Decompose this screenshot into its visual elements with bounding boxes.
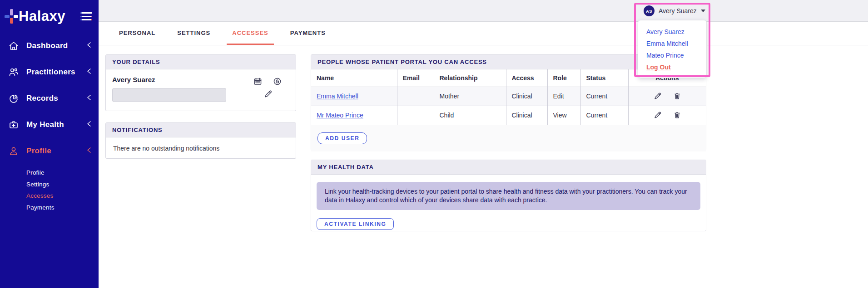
col-header-email: Email bbox=[397, 69, 434, 87]
subnav-item-accesses[interactable]: Accesses bbox=[26, 190, 99, 202]
sidebar-item-label: My Health bbox=[26, 120, 64, 129]
pie-chart-icon bbox=[8, 93, 19, 104]
col-header-access: Access bbox=[506, 69, 547, 87]
delete-trash-icon[interactable] bbox=[673, 111, 681, 120]
halaxy-logo-text[interactable]: Halaxy bbox=[19, 8, 65, 24]
chevron-left-icon bbox=[87, 68, 91, 76]
tab-payments[interactable]: PAYMENTS bbox=[285, 22, 331, 45]
medical-kit-icon bbox=[8, 119, 19, 130]
practitioners-icon bbox=[8, 67, 19, 78]
chevron-left-icon bbox=[87, 147, 91, 155]
avatar[interactable]: AS bbox=[644, 5, 655, 16]
chevron-left-icon bbox=[87, 42, 91, 50]
cell-email bbox=[397, 106, 434, 125]
sidebar-item-dashboard[interactable]: Dashboard bbox=[0, 33, 99, 59]
sidebar-item-profile[interactable]: Profile bbox=[0, 138, 99, 164]
topbar bbox=[99, 0, 868, 22]
person-icon bbox=[8, 146, 19, 156]
sidebar-item-records[interactable]: Records bbox=[0, 85, 99, 112]
details-field[interactable] bbox=[112, 88, 226, 102]
subnav-item-profile[interactable]: Profile bbox=[26, 167, 99, 179]
lock-icon[interactable] bbox=[273, 78, 281, 87]
cell-status: Current bbox=[580, 87, 628, 106]
activate-linking-button[interactable]: ACTIVATE LINKING bbox=[317, 218, 394, 230]
col-header-name: Name bbox=[311, 69, 397, 87]
sidebar-item-label: Practitioners bbox=[26, 68, 75, 77]
cell-access: Clinical bbox=[506, 106, 547, 125]
cell-role: View bbox=[547, 106, 580, 125]
user-name: Avery Suarez bbox=[659, 7, 697, 15]
notifications-card: NOTIFICATIONS There are no outstanding n… bbox=[105, 122, 296, 159]
cell-access: Clinical bbox=[506, 87, 547, 106]
home-icon bbox=[8, 40, 19, 51]
cell-relationship: Mother bbox=[434, 87, 506, 106]
account-menu-item-avery-suarez[interactable]: Avery Suarez bbox=[638, 26, 706, 38]
cell-status: Current bbox=[580, 106, 628, 125]
main-area: AS Avery Suarez PERSONAL SETTINGS ACCESS… bbox=[99, 0, 868, 288]
halaxy-logo-icon bbox=[5, 8, 18, 24]
patient-link[interactable]: Emma Mitchell bbox=[317, 93, 358, 100]
sidebar-item-label: Dashboard bbox=[26, 41, 68, 50]
account-menu-item-emma-mitchell[interactable]: Emma Mitchell bbox=[638, 38, 706, 49]
notifications-message: There are no outstanding notifications bbox=[106, 137, 296, 159]
col-header-status: Status bbox=[580, 69, 628, 87]
health-data-title: MY HEALTH DATA bbox=[311, 160, 706, 175]
subnav-item-payments[interactable]: Payments bbox=[26, 202, 99, 214]
calendar-icon[interactable] bbox=[254, 78, 262, 87]
log-out-link[interactable]: Log Out bbox=[646, 63, 671, 71]
add-user-button[interactable]: ADD USER bbox=[317, 132, 367, 144]
caret-down-icon bbox=[701, 10, 705, 12]
user-menu-trigger[interactable]: AS Avery Suarez bbox=[644, 0, 705, 22]
edit-pencil-icon[interactable] bbox=[653, 111, 661, 120]
sidebar-item-label: Profile bbox=[26, 146, 51, 156]
sidebar-item-label: Records bbox=[26, 94, 58, 103]
hamburger-menu-icon[interactable] bbox=[80, 12, 92, 20]
table-row: Mr Mateo Prince Child Clinical View Curr… bbox=[311, 106, 706, 125]
health-data-card: MY HEALTH DATA Link your health-tracking… bbox=[311, 160, 706, 231]
account-dropdown: Avery Suarez Emma Mitchell Mateo Prince … bbox=[638, 20, 707, 78]
tab-settings[interactable]: SETTINGS bbox=[172, 22, 216, 45]
chevron-left-icon bbox=[87, 94, 91, 103]
sidebar-item-practitioners[interactable]: Practitioners bbox=[0, 59, 99, 85]
cell-email bbox=[397, 87, 434, 106]
subnav-item-settings[interactable]: Settings bbox=[26, 179, 99, 190]
col-header-relationship: Relationship bbox=[434, 69, 506, 87]
cell-relationship: Child bbox=[434, 106, 506, 125]
table-row: Emma Mitchell Mother Clinical Edit Curre… bbox=[311, 87, 706, 106]
profile-tabs: PERSONAL SETTINGS ACCESSES PAYMENTS bbox=[99, 22, 868, 45]
sidebar: Halaxy Dashboard Practitioners bbox=[0, 0, 99, 288]
edit-pencil-icon[interactable] bbox=[653, 92, 661, 101]
tab-personal[interactable]: PERSONAL bbox=[114, 22, 161, 45]
sidebar-subnav: Profile Settings Accesses Payments bbox=[0, 164, 99, 213]
notifications-title: NOTIFICATIONS bbox=[106, 123, 296, 137]
health-data-info: Link your health-tracking devices to you… bbox=[317, 182, 700, 210]
col-header-role: Role bbox=[547, 69, 580, 87]
delete-trash-icon[interactable] bbox=[673, 92, 681, 101]
cell-role: Edit bbox=[547, 87, 580, 106]
sidebar-item-my-health[interactable]: My Health bbox=[0, 112, 99, 138]
chevron-left-icon bbox=[87, 121, 91, 129]
patient-link[interactable]: Mr Mateo Prince bbox=[317, 112, 363, 119]
sidebar-nav: Dashboard Practitioners Records bbox=[0, 33, 99, 164]
your-details-card: YOUR DETAILS Avery Suarez bbox=[105, 54, 296, 111]
your-details-title: YOUR DETAILS bbox=[106, 55, 296, 69]
app-root: Halaxy Dashboard Practitioners bbox=[0, 0, 868, 288]
tab-accesses[interactable]: ACCESSES bbox=[227, 22, 274, 45]
account-menu-item-mateo-prince[interactable]: Mateo Prince bbox=[638, 49, 706, 61]
edit-pencil-icon[interactable] bbox=[263, 89, 272, 100]
